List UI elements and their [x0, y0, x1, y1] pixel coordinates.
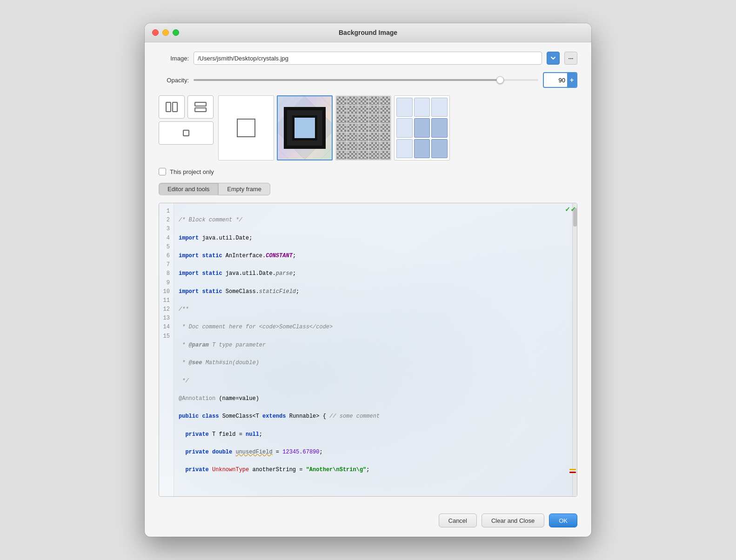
- layout-columns-button[interactable]: [159, 95, 185, 119]
- code-text: [179, 466, 185, 474]
- keyword-token: private: [185, 430, 208, 439]
- keyword-token: import: [179, 269, 199, 278]
- code-text: [199, 412, 202, 421]
- comment-token: /* Block comment */: [179, 216, 242, 225]
- comment-token: * Doc comment here for <code>SomeClass</…: [179, 323, 333, 332]
- warning-mark: [569, 469, 576, 470]
- image-path-input[interactable]: [194, 52, 542, 65]
- code-area: 12345 678910 1112131415 /* Block comment…: [159, 203, 577, 497]
- opacity-row: Opacity: +: [159, 72, 577, 88]
- preview-tiled-box[interactable]: // Will be rendered via JS below: [335, 95, 391, 160]
- annotation-token: @Annotation: [179, 394, 215, 403]
- slider-thumb[interactable]: [496, 76, 504, 84]
- code-text: ;: [259, 430, 262, 439]
- opacity-label: Opacity:: [159, 77, 189, 84]
- keyword-token: import: [179, 287, 199, 296]
- scrollbar[interactable]: ✓✓: [572, 203, 577, 496]
- rows-icon: [193, 100, 208, 114]
- columns-icon: [164, 100, 179, 114]
- cancel-button[interactable]: Cancel: [439, 513, 477, 527]
- comment-token: * @param T type parameter: [179, 341, 266, 350]
- maximize-button[interactable]: [173, 29, 179, 36]
- ok-button[interactable]: OK: [549, 513, 577, 527]
- warning-token: unusedField: [235, 448, 272, 457]
- keyword-token: private: [185, 448, 208, 457]
- number-token: 12345.67890: [282, 448, 319, 457]
- code-text: Runnable> {: [286, 412, 329, 421]
- code-line-10: */: [179, 377, 572, 386]
- dialog-footer: Cancel Clear and Close OK: [145, 506, 591, 537]
- centered-preview-square: [237, 119, 255, 137]
- error-mark: [569, 472, 576, 473]
- center-icon: [179, 126, 194, 140]
- keyword-token: static: [202, 269, 222, 278]
- line-numbers: 12345 678910 1112131415: [159, 203, 174, 496]
- layout-buttons: [159, 95, 214, 145]
- tab-empty-frame[interactable]: Empty frame: [218, 183, 270, 195]
- ellipsis-icon: ···: [569, 55, 574, 62]
- nested-inner-square: [292, 115, 317, 140]
- minimize-button[interactable]: [162, 29, 169, 36]
- code-line-2: import java.util.Date;: [179, 234, 572, 243]
- preview-section: // Will be rendered via JS below: [159, 95, 577, 160]
- keyword-token: import: [179, 252, 199, 260]
- svg-rect-4: [183, 130, 189, 136]
- close-button[interactable]: [152, 29, 159, 36]
- tabs-row: Editor and tools Empty frame: [159, 183, 577, 195]
- image-row: Image: ···: [159, 52, 577, 65]
- clear-close-button[interactable]: Clear and Close: [482, 513, 544, 527]
- preview-nested-box[interactable]: [277, 95, 333, 160]
- nested-outer-square: [284, 107, 326, 149]
- window-controls: [152, 29, 179, 36]
- code-line-5: import static SomeClass.staticField;: [179, 287, 572, 296]
- layout-rows-button[interactable]: [187, 95, 214, 119]
- code-line-4: import static java.util.Date.parse;: [179, 269, 572, 278]
- browse-button[interactable]: ···: [564, 52, 577, 65]
- error-token: UnknownType: [212, 466, 249, 474]
- tab-editor-tools[interactable]: Editor and tools: [159, 183, 218, 195]
- image-label: Image:: [159, 55, 189, 62]
- code-line-15: private UnknownType anotherString = "Ano…: [179, 466, 572, 474]
- dropdown-button[interactable]: [547, 52, 560, 65]
- comment-token: // some comment: [329, 412, 380, 421]
- svg-rect-3: [195, 108, 206, 112]
- error-marks: [569, 469, 576, 473]
- layout-row-1: [159, 95, 214, 119]
- keyword-token: null: [246, 430, 259, 439]
- code-text: [199, 287, 202, 296]
- svg-rect-0: [166, 102, 171, 112]
- code-text: [209, 448, 212, 457]
- code-line-11: @Annotation (name=value): [179, 394, 572, 403]
- keyword-token: import: [179, 234, 199, 243]
- keyword-token: extends: [262, 412, 286, 421]
- comment-token: * @see Math#sin(double): [179, 359, 259, 367]
- layout-center-button[interactable]: [159, 121, 214, 145]
- opacity-slider[interactable]: [194, 79, 538, 81]
- project-only-checkbox[interactable]: [159, 168, 166, 175]
- code-text: [209, 466, 212, 474]
- preview-images: // Will be rendered via JS below: [218, 95, 577, 160]
- opacity-input-wrap: +: [543, 72, 577, 88]
- code-line-8: * @param T type parameter: [179, 341, 572, 350]
- code-text: java.util.Date;: [199, 234, 252, 243]
- project-only-label: This project only: [170, 168, 214, 175]
- opacity-input[interactable]: [544, 73, 567, 87]
- opacity-increment-button[interactable]: +: [567, 73, 576, 87]
- chevron-down-icon: [551, 57, 555, 60]
- code-line-13: private T field = null;: [179, 430, 572, 439]
- code-text: ;: [320, 448, 323, 457]
- code-text: [199, 252, 202, 260]
- code-text: ;: [293, 252, 296, 260]
- background-image-dialog: Background Image Image: ··· Opacity:: [145, 23, 591, 537]
- code-text: T field =: [209, 430, 246, 439]
- code-text: SomeClass<T: [219, 412, 262, 421]
- code-line-7: * Doc comment here for <code>SomeClass</…: [179, 323, 572, 332]
- keyword-token: public: [179, 412, 199, 421]
- code-content: 12345 678910 1112131415 /* Block comment…: [159, 203, 577, 496]
- layout-row-2: [159, 121, 214, 145]
- code-text: [179, 448, 185, 457]
- code-line-6: /**: [179, 305, 572, 314]
- preview-centered-box[interactable]: [218, 95, 274, 160]
- dialog-content: Image: ··· Opacity: +: [145, 42, 591, 506]
- preview-grid-box[interactable]: [394, 95, 450, 160]
